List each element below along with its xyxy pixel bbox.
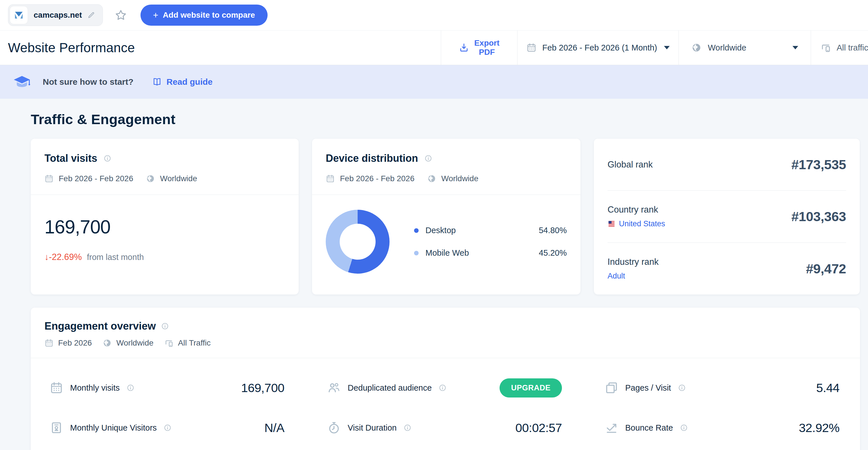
global-rank-value: #173,535 xyxy=(792,157,846,172)
info-icon[interactable] xyxy=(126,384,134,392)
info-icon[interactable] xyxy=(103,154,112,162)
info-icon[interactable] xyxy=(161,322,169,330)
bounce-arrow-icon xyxy=(605,421,618,434)
pages-icon xyxy=(605,381,618,395)
country-rank-value: #103,363 xyxy=(792,208,846,224)
region-selector[interactable]: Worldwide xyxy=(679,31,811,65)
metric-deduplicated-audience: Deduplicated audience UPGRADE xyxy=(327,368,562,408)
card-region-filter: Worldwide xyxy=(160,174,197,183)
guide-banner: Not sure how to start? Read guide xyxy=(0,65,868,99)
traffic-label: All traffic xyxy=(837,43,868,53)
country-rank-label: Country rank xyxy=(608,205,665,215)
plus-icon: + xyxy=(153,10,158,20)
industry-rank-row: Industry rank Adult #9,472 xyxy=(608,243,846,294)
people-icon xyxy=(327,381,341,395)
card-date-filter: Feb 2026 - Feb 2026 xyxy=(340,174,414,183)
industry-rank-value: #9,472 xyxy=(806,261,846,277)
engagement-date-filter: Feb 2026 xyxy=(58,338,92,347)
banner-text: Not sure how to start? xyxy=(43,77,133,87)
add-website-to-compare-button[interactable]: + Add website to compare xyxy=(141,5,268,26)
card-region-filter: Worldwide xyxy=(441,174,478,183)
info-icon[interactable] xyxy=(424,154,432,162)
legend-row-mobile: Mobile Web 45.20% xyxy=(414,248,567,258)
device-distribution-card: Device distribution Feb 2026 - Feb 2026 … xyxy=(312,139,581,294)
change-percent: ↓-22.69% xyxy=(44,252,82,262)
website-chip[interactable]: camcaps.net xyxy=(8,4,103,26)
main-content: Traffic & Engagement Total visits Feb 20… xyxy=(0,99,868,450)
industry-link[interactable]: Adult xyxy=(608,272,625,281)
info-icon[interactable] xyxy=(680,424,688,432)
engagement-region-filter: Worldwide xyxy=(116,338,153,347)
metric-visit-duration: Visit Duration 00:02:57 xyxy=(327,408,562,448)
calendar-icon xyxy=(44,338,54,347)
ranks-card: Global rank #173,535 Country rank United… xyxy=(594,139,860,294)
mobile-legend-dot xyxy=(414,251,418,255)
desktop-legend-dot xyxy=(414,228,418,233)
us-flag-icon xyxy=(608,220,616,228)
card-date-filter: Feb 2026 - Feb 2026 xyxy=(59,174,133,183)
industry-rank-label: Industry rank xyxy=(608,257,658,267)
website-name: camcaps.net xyxy=(34,10,82,20)
globe-icon xyxy=(691,43,702,53)
monthly-unique-visitors-value: N/A xyxy=(265,421,284,435)
metrics-grid: Monthly visits 169,700 Deduplicated audi… xyxy=(31,358,860,448)
metric-monthly-unique-visitors: Monthly Unique Visitors N/A xyxy=(50,408,284,448)
stopwatch-icon xyxy=(327,421,341,434)
topbar: camcaps.net + Add website to compare xyxy=(0,0,868,30)
favorite-star-icon[interactable] xyxy=(114,8,127,22)
global-rank-row: Global rank #173,535 xyxy=(608,139,846,190)
calendar-icon xyxy=(50,381,63,395)
divider xyxy=(31,195,299,195)
book-icon xyxy=(152,77,162,87)
calendar-icon xyxy=(44,174,54,183)
edit-icon[interactable] xyxy=(87,11,95,19)
page-header: Website Performance Export PDF Feb 2026 … xyxy=(0,30,868,65)
section-title: Traffic & Engagement xyxy=(31,111,860,127)
mobile-share-value: 45.20% xyxy=(539,248,567,258)
website-favicon xyxy=(10,6,28,24)
country-rank-row: Country rank United States #103,363 xyxy=(608,191,846,242)
total-visits-value: 169,700 xyxy=(44,216,285,238)
engagement-traffic-filter: All Traffic xyxy=(178,338,211,347)
change-suffix: from last month xyxy=(87,253,144,262)
metric-pages-per-visit: Pages / Visit 5.44 xyxy=(605,368,839,408)
calendar-icon xyxy=(526,43,536,53)
globe-icon xyxy=(146,174,155,183)
upgrade-button[interactable]: UPGRADE xyxy=(500,378,562,397)
mobile-legend-label: Mobile Web xyxy=(426,248,539,258)
region-label: Worldwide xyxy=(708,43,746,53)
device-donut-chart xyxy=(326,210,390,274)
page-title: Website Performance xyxy=(0,40,441,55)
export-pdf-button[interactable]: Export PDF xyxy=(441,31,517,65)
visit-duration-value: 00:02:57 xyxy=(516,421,562,435)
desktop-share-value: 54.80% xyxy=(539,226,567,235)
info-icon[interactable] xyxy=(404,424,411,432)
device-distribution-title: Device distribution xyxy=(326,152,418,164)
country-link[interactable]: United States xyxy=(619,220,665,228)
global-rank-label: Global rank xyxy=(608,160,653,170)
info-icon[interactable] xyxy=(678,384,686,392)
info-icon[interactable] xyxy=(163,424,172,432)
chevron-down-icon xyxy=(664,46,670,49)
devices-icon xyxy=(821,43,831,53)
metric-monthly-visits: Monthly visits 169,700 xyxy=(50,368,284,408)
website-logo-icon xyxy=(13,10,24,21)
export-label: Export PDF xyxy=(474,38,500,57)
engagement-title: Engagement overview xyxy=(44,320,156,332)
engagement-overview-card: Engagement overview Feb 2026 Worldwide A… xyxy=(31,308,860,450)
globe-icon xyxy=(102,338,112,347)
desktop-legend-label: Desktop xyxy=(426,226,539,235)
calendar-icon xyxy=(326,174,335,183)
chevron-down-icon xyxy=(793,46,798,49)
info-icon[interactable] xyxy=(439,384,446,392)
device-legend: Desktop 54.80% Mobile Web 45.20% xyxy=(414,226,567,258)
pages-per-visit-value: 5.44 xyxy=(816,381,839,395)
devices-icon xyxy=(164,338,174,347)
read-guide-link[interactable]: Read guide xyxy=(152,77,213,87)
total-visits-card: Total visits Feb 2026 - Feb 2026 Worldwi… xyxy=(31,139,299,294)
monthly-visits-value: 169,700 xyxy=(241,381,284,395)
traffic-selector[interactable]: All traffic xyxy=(811,31,868,65)
read-guide-label: Read guide xyxy=(166,77,213,87)
date-range-picker[interactable]: Feb 2026 - Feb 2026 (1 Month) xyxy=(517,31,679,65)
download-icon xyxy=(459,43,469,53)
